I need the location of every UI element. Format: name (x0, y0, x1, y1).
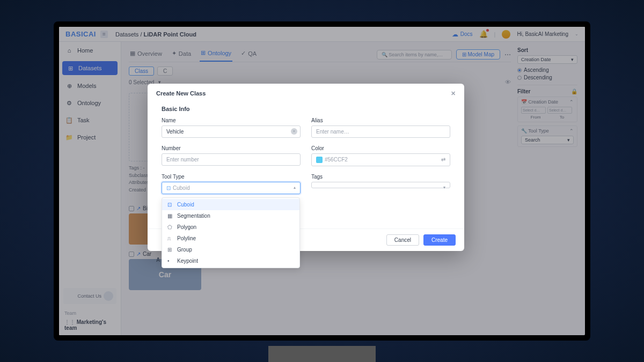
option-segmentation[interactable]: ▦Segmentation (162, 210, 299, 221)
sidebar-item-datasets[interactable]: ⊞Datasets (62, 61, 118, 75)
visibility-icon[interactable]: 👁 (505, 79, 511, 85)
sort-desc-radio[interactable]: Descending (517, 75, 577, 80)
cancel-button[interactable]: Cancel (386, 234, 419, 246)
sidebar-item-project[interactable]: 📁Project (59, 129, 121, 146)
option-cuboid[interactable]: ⊡Cuboid (162, 199, 299, 210)
breadcrumb-root[interactable]: Datasets (115, 31, 138, 38)
tags-label: Tags (311, 174, 450, 180)
ontology-icon: ⚙ (65, 99, 73, 107)
alias-label: Alias (311, 117, 450, 123)
sort-filter-panel: Sort Creation Date ▾ Ascending Descendin… (517, 47, 577, 330)
more-icon[interactable]: ⋯ (504, 51, 511, 58)
link-icon[interactable]: ↗ (136, 251, 141, 257)
avatar[interactable] (502, 30, 510, 39)
name-input[interactable]: Vehicle (162, 125, 301, 138)
attributes-label: A (156, 257, 160, 263)
checkbox[interactable] (129, 206, 134, 211)
breadcrumb-current: LiDAR Point Cloud (144, 31, 196, 38)
sidebar-toggle-icon[interactable]: ≡ (100, 31, 108, 38)
number-input[interactable]: Enter number (162, 153, 301, 166)
creation-date-filter[interactable]: 📅 Creation Date⌃ Select d… Select d… Fro… (517, 97, 577, 122)
app-screen: BASICAI ≡ Datasets / LiDAR Point Cloud ☁… (59, 27, 585, 335)
segmentation-icon: ▦ (167, 213, 174, 219)
section-title: Basic Info (162, 106, 450, 112)
name-label: Name (162, 117, 301, 123)
project-icon: 📁 (65, 134, 73, 141)
option-keypoint[interactable]: •Keypoint (162, 255, 299, 267)
color-swatch (316, 157, 323, 163)
lock-icon: 🔒 (571, 88, 577, 94)
keypoint-icon: • (167, 258, 174, 264)
contact-icon (104, 291, 113, 301)
polygon-icon: ⬠ (167, 224, 174, 230)
class-filter-chip[interactable]: Class (129, 67, 154, 76)
cuboid-icon: ⊡ (167, 202, 174, 208)
datasets-icon: ⊞ (67, 64, 74, 72)
date-from-input[interactable]: Select d… (521, 107, 546, 114)
date-to-input[interactable]: Select d… (547, 107, 572, 114)
option-group[interactable]: ⊞Group (162, 244, 299, 255)
close-icon[interactable]: ✕ (451, 90, 456, 97)
task-icon: 📋 (65, 116, 73, 124)
team-label: Team (59, 308, 121, 318)
search-input[interactable]: 🔍 Search items by name,… (377, 50, 452, 60)
notifications-icon[interactable]: 🔔 (479, 30, 488, 38)
brand-logo: BASICAI (65, 30, 96, 38)
breadcrumb: Datasets / LiDAR Point Cloud (115, 31, 196, 38)
group-icon: ⊞ (167, 247, 174, 253)
sort-by-select[interactable]: Creation Date ▾ (517, 55, 577, 64)
home-icon: ⌂ (65, 47, 73, 54)
tool-type-search[interactable]: Search▾ (521, 136, 574, 144)
option-polygon[interactable]: ⬠Polygon (162, 221, 299, 233)
tab-qa[interactable]: ✓ QA (240, 47, 258, 62)
tab-ontology[interactable]: ⊞ Ontology (200, 47, 232, 62)
color-input[interactable]: #56CCF2 ⇄ (311, 153, 450, 166)
divider: | (494, 31, 496, 38)
contact-us-button[interactable]: Contact Us (63, 288, 116, 304)
class-filter-chip-2[interactable]: C (157, 67, 173, 76)
team-selector[interactable]: ⋮⋮ Marketing's team (59, 318, 121, 335)
monitor-stand (268, 346, 376, 362)
checkbox[interactable] (129, 252, 134, 257)
clear-icon[interactable]: ✕ (291, 128, 297, 135)
sidebar: ⌂Home⊞Datasets⊕Models⚙Ontology📋Task📁Proj… (59, 42, 121, 335)
sidebar-item-models[interactable]: ⊕Models (59, 77, 121, 94)
option-polyline[interactable]: ⎍Polyline (162, 233, 299, 244)
shuffle-icon[interactable]: ⇄ (441, 157, 445, 162)
color-label: Color (311, 145, 450, 151)
sort-asc-radio[interactable]: Ascending (517, 67, 577, 73)
tool-type-filter[interactable]: 🔧 Tool Type⌃ Search▾ (517, 125, 577, 147)
sidebar-item-home[interactable]: ⌂Home (59, 42, 121, 59)
monitor-frame: BASICAI ≡ Datasets / LiDAR Point Cloud ☁… (54, 21, 590, 341)
tabs-bar: ▦ Overview✦ Data⊞ Ontology✓ QA 🔍 Search … (129, 47, 511, 62)
docs-button[interactable]: ☁ Docs (452, 31, 473, 38)
tool-type-label: Tool Type (162, 174, 301, 180)
model-map-button[interactable]: ⊞ Model Map (456, 49, 500, 60)
user-greeting: Hi, BasicAI Marketing (517, 31, 568, 37)
cuboid-icon: ⊡ (166, 185, 171, 191)
create-class-modal: Create New Class ✕ Basic Info Name Vehic… (148, 84, 464, 251)
tab-data[interactable]: ✦ Data (171, 47, 192, 62)
topbar: BASICAI ≡ Datasets / LiDAR Point Cloud ☁… (59, 27, 585, 42)
polyline-icon: ⎍ (167, 235, 174, 241)
number-label: Number (162, 145, 301, 151)
create-button[interactable]: Create (423, 234, 456, 246)
cloud-icon: ☁ (452, 31, 458, 38)
tags-input[interactable]: ▾ (311, 182, 450, 188)
models-icon: ⊕ (65, 82, 73, 90)
sidebar-item-task[interactable]: 📋Task (59, 112, 121, 129)
sidebar-item-ontology[interactable]: ⚙Ontology (59, 94, 121, 112)
modal-title: Create New Class (156, 90, 206, 97)
link-icon[interactable]: ↗ (136, 205, 141, 211)
tool-type-dropdown: ⊡Cuboid▦Segmentation⬠Polygon⎍Polyline⊞Gr… (162, 197, 300, 268)
tab-overview[interactable]: ▦ Overview (129, 47, 163, 62)
tool-type-select[interactable]: ⊡Cuboid ▴ (162, 182, 301, 194)
chevron-up-icon: ▴ (294, 185, 296, 190)
chevron-down-icon[interactable]: ⌄ (575, 32, 579, 36)
alias-input[interactable]: Enter name… (311, 125, 450, 138)
